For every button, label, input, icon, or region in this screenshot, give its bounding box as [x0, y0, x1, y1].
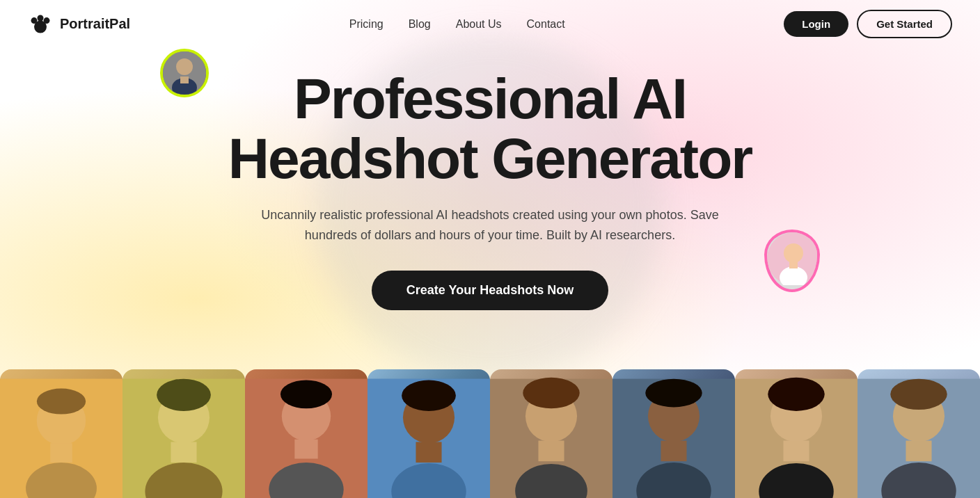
- get-started-button[interactable]: Get Started: [857, 10, 952, 38]
- nav-pricing[interactable]: Pricing: [349, 18, 384, 30]
- logo-icon: [28, 12, 53, 37]
- svg-point-17: [37, 389, 86, 415]
- photo-strip: [0, 369, 980, 498]
- svg-rect-53: [906, 441, 931, 462]
- svg-rect-38: [538, 441, 564, 462]
- nav-contact[interactable]: Contact: [527, 18, 565, 30]
- svg-rect-22: [171, 442, 196, 463]
- hero-title-line1: Professional AI: [294, 67, 686, 130]
- svg-point-39: [523, 378, 580, 408]
- svg-rect-7: [180, 77, 189, 83]
- svg-point-1: [31, 17, 38, 24]
- svg-point-14: [37, 396, 86, 445]
- svg-rect-16: [50, 443, 72, 463]
- navbar: PortraitPal Pricing Blog About Us Contac…: [0, 0, 980, 48]
- person-photo-1: [0, 369, 122, 498]
- svg-point-23: [157, 379, 211, 411]
- nav-buttons: Login Get Started: [784, 10, 952, 38]
- svg-rect-27: [294, 440, 317, 459]
- person-photo-8: [858, 369, 980, 498]
- woman-avatar-icon: [767, 232, 820, 285]
- person-photo-6: [612, 369, 735, 498]
- svg-point-28: [280, 380, 332, 408]
- svg-rect-18: [122, 379, 245, 498]
- svg-point-21: [145, 463, 222, 498]
- avatar-top-left: [160, 49, 209, 97]
- svg-rect-33: [416, 442, 441, 463]
- brand-name: PortraitPal: [60, 16, 130, 32]
- hero-subtitle: Uncannily realistic professional AI head…: [253, 205, 727, 246]
- nav-links: Pricing Blog About Us Contact: [349, 18, 565, 31]
- list-item: [245, 369, 368, 498]
- svg-rect-48: [783, 441, 809, 462]
- list-item: [490, 369, 612, 498]
- svg-point-5: [176, 58, 193, 75]
- svg-point-34: [402, 380, 456, 410]
- svg-point-49: [768, 378, 825, 411]
- person-avatar-icon: [163, 51, 206, 95]
- nav-blog[interactable]: Blog: [409, 18, 431, 30]
- logo[interactable]: PortraitPal: [28, 12, 130, 37]
- svg-point-20: [158, 392, 210, 443]
- list-item: [368, 369, 490, 498]
- list-item: [735, 369, 858, 498]
- svg-rect-12: [0, 379, 122, 498]
- person-photo-2: [122, 369, 245, 498]
- svg-point-2: [38, 15, 44, 21]
- list-item: [0, 369, 122, 498]
- svg-point-9: [784, 243, 803, 263]
- svg-rect-19: [122, 379, 245, 498]
- list-item: [612, 369, 735, 498]
- list-item: [122, 369, 245, 498]
- svg-rect-13: [0, 379, 122, 498]
- svg-rect-11: [789, 262, 798, 268]
- person-photo-4: [368, 369, 490, 498]
- hero-title: Professional AI Headshot Generator: [228, 69, 752, 188]
- svg-point-15: [26, 463, 97, 498]
- hero-section: Professional AI Headshot Generator Uncan…: [0, 48, 980, 345]
- svg-point-44: [645, 379, 702, 408]
- svg-rect-43: [661, 441, 686, 462]
- hero-title-line2: Headshot Generator: [228, 127, 752, 190]
- person-photo-5: [490, 369, 612, 498]
- person-photo-3: [245, 369, 368, 498]
- svg-point-54: [890, 379, 947, 410]
- hero-cta-button[interactable]: Create Your Headshots Now: [372, 271, 608, 310]
- login-button[interactable]: Login: [784, 11, 848, 37]
- list-item: [858, 369, 980, 498]
- nav-about[interactable]: About Us: [456, 18, 502, 30]
- person-photo-7: [735, 369, 858, 498]
- svg-point-3: [44, 17, 50, 24]
